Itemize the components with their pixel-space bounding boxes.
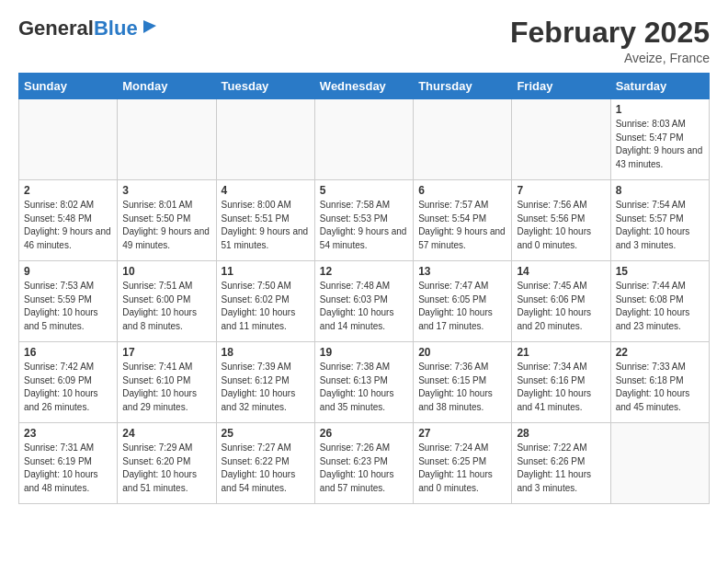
calendar-cell: 6Sunrise: 7:57 AM Sunset: 5:54 PM Daylig… [414,180,512,261]
calendar-cell: 22Sunrise: 7:33 AM Sunset: 6:18 PM Dayli… [610,342,709,423]
day-number: 22 [616,346,704,359]
day-number: 5 [320,184,408,197]
day-number: 20 [418,346,506,359]
day-info: Sunrise: 7:50 AM Sunset: 6:02 PM Dayligh… [222,280,310,333]
day-info: Sunrise: 7:36 AM Sunset: 6:15 PM Dayligh… [418,361,506,414]
calendar-cell: 8Sunrise: 7:54 AM Sunset: 5:57 PM Daylig… [610,180,709,261]
calendar-cell: 24Sunrise: 7:29 AM Sunset: 6:20 PM Dayli… [118,423,216,504]
day-number: 7 [517,184,605,197]
day-info: Sunrise: 7:22 AM Sunset: 6:26 PM Dayligh… [517,442,605,495]
calendar-cell [314,99,413,180]
day-number: 19 [320,346,408,359]
calendar-cell: 21Sunrise: 7:34 AM Sunset: 6:16 PM Dayli… [512,342,610,423]
day-info: Sunrise: 7:38 AM Sunset: 6:13 PM Dayligh… [320,361,408,414]
calendar-cell: 13Sunrise: 7:47 AM Sunset: 6:05 PM Dayli… [414,261,512,342]
day-number: 11 [222,265,310,278]
day-number: 9 [24,265,112,278]
day-info: Sunrise: 7:27 AM Sunset: 6:22 PM Dayligh… [222,442,310,495]
day-number: 17 [122,346,210,359]
calendar-cell: 25Sunrise: 7:27 AM Sunset: 6:22 PM Dayli… [216,423,314,504]
weekday-header-row: SundayMondayTuesdayWednesdayThursdayFrid… [19,74,710,99]
day-number: 16 [24,346,112,359]
day-number: 2 [24,184,112,197]
page: GeneralBlue February 2025 Aveize, France… [0,0,728,521]
day-number: 14 [517,265,605,278]
calendar-cell: 28Sunrise: 7:22 AM Sunset: 6:26 PM Dayli… [512,423,610,504]
day-number: 13 [418,265,506,278]
day-info: Sunrise: 7:24 AM Sunset: 6:25 PM Dayligh… [418,442,506,495]
calendar-cell [414,99,512,180]
day-info: Sunrise: 7:44 AM Sunset: 6:08 PM Dayligh… [616,280,704,333]
day-info: Sunrise: 7:39 AM Sunset: 6:12 PM Dayligh… [222,361,310,414]
day-number: 1 [616,103,704,116]
weekday-sunday: Sunday [19,74,118,99]
calendar-cell: 5Sunrise: 7:58 AM Sunset: 5:53 PM Daylig… [314,180,413,261]
day-number: 28 [517,427,605,440]
day-info: Sunrise: 7:56 AM Sunset: 5:56 PM Dayligh… [517,199,605,252]
day-info: Sunrise: 7:31 AM Sunset: 6:19 PM Dayligh… [24,442,112,495]
calendar-cell [118,99,216,180]
day-number: 21 [517,346,605,359]
day-info: Sunrise: 8:01 AM Sunset: 5:50 PM Dayligh… [122,199,210,252]
day-info: Sunrise: 7:26 AM Sunset: 6:23 PM Dayligh… [320,442,408,495]
calendar-cell [610,423,709,504]
weekday-thursday: Thursday [414,74,512,99]
month-title: February 2025 [510,17,710,49]
calendar-cell: 2Sunrise: 8:02 AM Sunset: 5:48 PM Daylig… [19,180,118,261]
calendar-cell: 7Sunrise: 7:56 AM Sunset: 5:56 PM Daylig… [512,180,610,261]
day-info: Sunrise: 7:41 AM Sunset: 6:10 PM Dayligh… [122,361,210,414]
calendar-week-4: 23Sunrise: 7:31 AM Sunset: 6:19 PM Dayli… [19,423,710,504]
logo-general: GeneralBlue [18,18,138,39]
day-info: Sunrise: 7:34 AM Sunset: 6:16 PM Dayligh… [517,361,605,414]
day-number: 25 [222,427,310,440]
calendar-cell [19,99,118,180]
calendar-cell: 18Sunrise: 7:39 AM Sunset: 6:12 PM Dayli… [216,342,314,423]
calendar-cell: 16Sunrise: 7:42 AM Sunset: 6:09 PM Dayli… [19,342,118,423]
day-number: 10 [122,265,210,278]
day-number: 26 [320,427,408,440]
day-info: Sunrise: 7:42 AM Sunset: 6:09 PM Dayligh… [24,361,112,414]
day-info: Sunrise: 7:47 AM Sunset: 6:05 PM Dayligh… [418,280,506,333]
day-number: 6 [418,184,506,197]
title-block: February 2025 Aveize, France [510,17,710,65]
header: GeneralBlue February 2025 Aveize, France [18,17,710,65]
logo-blue: Blue [94,17,138,40]
day-info: Sunrise: 8:02 AM Sunset: 5:48 PM Dayligh… [24,199,112,252]
day-number: 12 [320,265,408,278]
weekday-monday: Monday [118,74,216,99]
day-number: 3 [122,184,210,197]
day-number: 18 [222,346,310,359]
calendar-cell: 10Sunrise: 7:51 AM Sunset: 6:00 PM Dayli… [118,261,216,342]
logo-icon [140,17,160,40]
day-info: Sunrise: 7:58 AM Sunset: 5:53 PM Dayligh… [320,199,408,252]
calendar-table: SundayMondayTuesdayWednesdayThursdayFrid… [18,73,710,504]
weekday-wednesday: Wednesday [314,74,413,99]
calendar-cell: 9Sunrise: 7:53 AM Sunset: 5:59 PM Daylig… [19,261,118,342]
day-number: 8 [616,184,704,197]
day-info: Sunrise: 7:57 AM Sunset: 5:54 PM Dayligh… [418,199,506,252]
logo: GeneralBlue [18,17,160,40]
calendar-week-1: 2Sunrise: 8:02 AM Sunset: 5:48 PM Daylig… [19,180,710,261]
calendar-cell: 3Sunrise: 8:01 AM Sunset: 5:50 PM Daylig… [118,180,216,261]
calendar-cell: 20Sunrise: 7:36 AM Sunset: 6:15 PM Dayli… [414,342,512,423]
calendar-cell: 23Sunrise: 7:31 AM Sunset: 6:19 PM Dayli… [19,423,118,504]
calendar-cell: 1Sunrise: 8:03 AM Sunset: 5:47 PM Daylig… [610,99,709,180]
calendar-week-3: 16Sunrise: 7:42 AM Sunset: 6:09 PM Dayli… [19,342,710,423]
calendar-cell [512,99,610,180]
calendar-week-0: 1Sunrise: 8:03 AM Sunset: 5:47 PM Daylig… [19,99,710,180]
day-info: Sunrise: 8:03 AM Sunset: 5:47 PM Dayligh… [616,118,704,171]
calendar-cell: 12Sunrise: 7:48 AM Sunset: 6:03 PM Dayli… [314,261,413,342]
day-info: Sunrise: 7:45 AM Sunset: 6:06 PM Dayligh… [517,280,605,333]
day-number: 15 [616,265,704,278]
day-info: Sunrise: 7:51 AM Sunset: 6:00 PM Dayligh… [122,280,210,333]
day-number: 23 [24,427,112,440]
day-number: 27 [418,427,506,440]
day-number: 4 [222,184,310,197]
weekday-friday: Friday [512,74,610,99]
day-number: 24 [122,427,210,440]
calendar-cell [216,99,314,180]
calendar-cell: 4Sunrise: 8:00 AM Sunset: 5:51 PM Daylig… [216,180,314,261]
calendar-cell: 11Sunrise: 7:50 AM Sunset: 6:02 PM Dayli… [216,261,314,342]
day-info: Sunrise: 7:48 AM Sunset: 6:03 PM Dayligh… [320,280,408,333]
calendar-cell: 14Sunrise: 7:45 AM Sunset: 6:06 PM Dayli… [512,261,610,342]
